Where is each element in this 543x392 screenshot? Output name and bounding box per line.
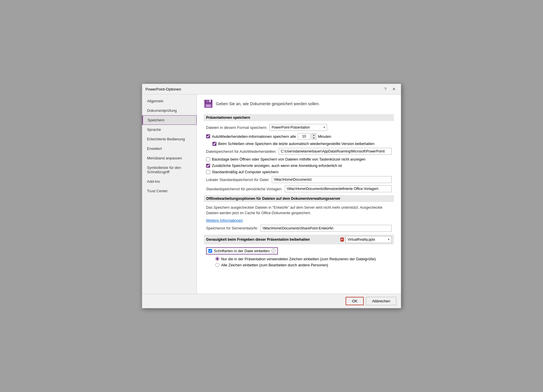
- autorecover-path-input[interactable]: [279, 148, 392, 155]
- keep-last-row: Beim Schließen ohne Speichern die letzte…: [212, 142, 392, 146]
- page-title: Geben Sie an, wie Dokumente gespeichert …: [216, 101, 320, 106]
- radio2-row: Alle Zeichen einbetten (zum Bearbeiten d…: [215, 263, 392, 267]
- embed-fonts-wrapper: Schriftarten in der Datei einbetten i: [206, 247, 392, 255]
- radio1[interactable]: [215, 257, 219, 261]
- dialog: PowerPoint-Optionen ? ✕ AllgemeinDokumen…: [142, 84, 401, 308]
- server-path-row: Speicherort für Serverentwürfe:: [206, 225, 392, 232]
- sidebar-item-speichern[interactable]: Speichern: [142, 115, 197, 125]
- dialog-footer: OK Abbrechen: [142, 294, 401, 308]
- sidebar-item-erleichterte-bedienung[interactable]: Erleichterte Bedienung: [142, 134, 197, 144]
- section3-header: Genauigkeit beim Freigeben dieser Präsen…: [204, 235, 394, 244]
- spinner-down[interactable]: ▼: [312, 136, 316, 139]
- format-dropdown-wrapper[interactable]: PowerPoint-Präsentation: [269, 124, 327, 131]
- sidebar-item-symbolleiste[interactable]: Symbolleiste für den Schnellzugriff: [142, 163, 197, 177]
- autorecover-label: Dateispeicherort für AutoWiederherstelle…: [206, 149, 276, 154]
- svg-rect-4: [206, 105, 211, 107]
- ok-button[interactable]: OK: [346, 297, 364, 305]
- sidebar-item-add-ins[interactable]: Add-Ins: [142, 177, 197, 186]
- section3-title: Genauigkeit beim Freigeben dieser Präsen…: [206, 238, 310, 242]
- local-path-input[interactable]: [272, 176, 392, 183]
- default-computer-label: Standardmäßig auf Computer speichern: [212, 170, 278, 174]
- embed-fonts-info-icon[interactable]: i: [272, 249, 276, 253]
- spinner-up[interactable]: ▲: [312, 133, 316, 136]
- format-dropdown[interactable]: PowerPoint-Präsentation: [269, 124, 327, 131]
- pptx-icon: P: [340, 238, 344, 242]
- sidebar-item-trust-center[interactable]: Trust Center: [142, 186, 197, 196]
- embed-fonts-label: Schriftarten in der Datei einbetten: [214, 249, 270, 253]
- title-bar: PowerPoint-Optionen ? ✕: [142, 84, 401, 95]
- sidebar: AllgemeinDokumentprüfungSpeichernSprache…: [142, 95, 197, 294]
- format-label: Dateien in diesem Format speichern:: [206, 125, 267, 130]
- format-row: Dateien in diesem Format speichern: Powe…: [206, 124, 392, 131]
- section2-header: Offlinebearbeitungsoptionen für Dateien …: [204, 195, 394, 202]
- radio2-label: Alle Zeichen einbetten (zum Bearbeiten d…: [221, 263, 328, 267]
- template-path-label: Standardspeicherort für persönliche Vorl…: [206, 187, 282, 191]
- more-info-link[interactable]: Weitere Informationen: [206, 218, 243, 223]
- section1-header: Präsentationen speichern: [204, 114, 394, 121]
- presentation-dropdown-wrapper[interactable]: VirtualReality.pptx: [346, 236, 392, 243]
- template-path-input[interactable]: [285, 185, 392, 192]
- keep-last-label: Beim Schließen ohne Speichern die letzte…: [218, 142, 374, 146]
- minutes-input[interactable]: [298, 133, 310, 140]
- presentation-dropdown[interactable]: VirtualReality.pptx: [346, 236, 392, 243]
- radio2[interactable]: [215, 263, 219, 267]
- default-computer-row: Standardmäßig auf Computer speichern: [206, 170, 392, 174]
- server-path-label: Speicherort für Serverentwürfe:: [206, 226, 258, 230]
- additional-locations-label: Zusätzliche Speicherorte anzeigen, auch …: [212, 163, 342, 168]
- autosave-label: AutoWiederherstellen-Informationen speic…: [212, 134, 296, 139]
- help-button[interactable]: ?: [382, 86, 388, 92]
- backstage-checkbox[interactable]: [206, 157, 210, 161]
- additional-locations-row: Zusätzliche Speicherorte anzeigen, auch …: [206, 163, 392, 168]
- default-computer-checkbox[interactable]: [206, 170, 210, 174]
- autosave-row: AutoWiederherstellen-Informationen speic…: [206, 133, 392, 140]
- section2-content: Das Speichern ausgecheckter Dateien in "…: [204, 205, 394, 232]
- sidebar-item-sprache[interactable]: Sprache: [142, 125, 197, 134]
- backstage-row: Backstage beim Öffnen oder Speichern von…: [206, 157, 392, 161]
- sidebar-item-menuband-anpassen[interactable]: Menüband anpassen: [142, 153, 197, 163]
- offline-info-text: Das Speichern ausgecheckter Dateien in "…: [206, 205, 392, 216]
- save-icon: [204, 99, 213, 108]
- sidebar-item-erweitert[interactable]: Erweitert: [142, 144, 197, 153]
- keep-last-checkbox[interactable]: [212, 142, 216, 146]
- local-path-row: Lokaler Standardspeicherort für Datei:: [206, 176, 392, 183]
- section1-content: Dateien in diesem Format speichern: Powe…: [204, 124, 394, 192]
- embed-fonts-checkbox[interactable]: [208, 249, 212, 253]
- minutes-spinner: ▲ ▼: [312, 133, 316, 140]
- minutes-group: ▲ ▼: [298, 133, 316, 140]
- dialog-title: PowerPoint-Optionen: [146, 87, 181, 91]
- close-button[interactable]: ✕: [391, 86, 397, 92]
- presentation-selector: P VirtualReality.pptx: [340, 236, 392, 243]
- additional-locations-checkbox[interactable]: [206, 164, 210, 168]
- backstage-label: Backstage beim Öffnen oder Speichern von…: [212, 157, 365, 161]
- sidebar-item-dokumentpruefung[interactable]: Dokumentprüfung: [142, 106, 197, 115]
- template-path-row: Standardspeicherort für persönliche Vorl…: [206, 185, 392, 192]
- page-header: Geben Sie an, wie Dokumente gespeichert …: [204, 99, 394, 108]
- svg-rect-2: [210, 100, 211, 102]
- radio1-label: Nur die in der Präsentation verwendeten …: [221, 257, 376, 261]
- radio1-row: Nur die in der Präsentation verwendeten …: [215, 257, 392, 261]
- autorecover-row: Dateispeicherort für AutoWiederherstelle…: [206, 148, 392, 155]
- minutes-label: Minuten: [318, 134, 331, 139]
- title-bar-controls: ? ✕: [382, 86, 397, 92]
- section3-content: Schriftarten in der Datei einbetten i Nu…: [204, 247, 394, 267]
- sidebar-item-allgemein[interactable]: Allgemein: [142, 96, 197, 106]
- cancel-button[interactable]: Abbrechen: [366, 297, 396, 305]
- local-path-label: Lokaler Standardspeicherort für Datei:: [206, 178, 269, 182]
- embed-fonts-highlighted: Schriftarten in der Datei einbetten i: [206, 247, 278, 255]
- dialog-body: AllgemeinDokumentprüfungSpeichernSprache…: [142, 95, 401, 294]
- main-content: Geben Sie an, wie Dokumente gespeichert …: [197, 95, 401, 294]
- server-path-input[interactable]: [261, 225, 392, 232]
- autosave-checkbox[interactable]: [206, 134, 210, 138]
